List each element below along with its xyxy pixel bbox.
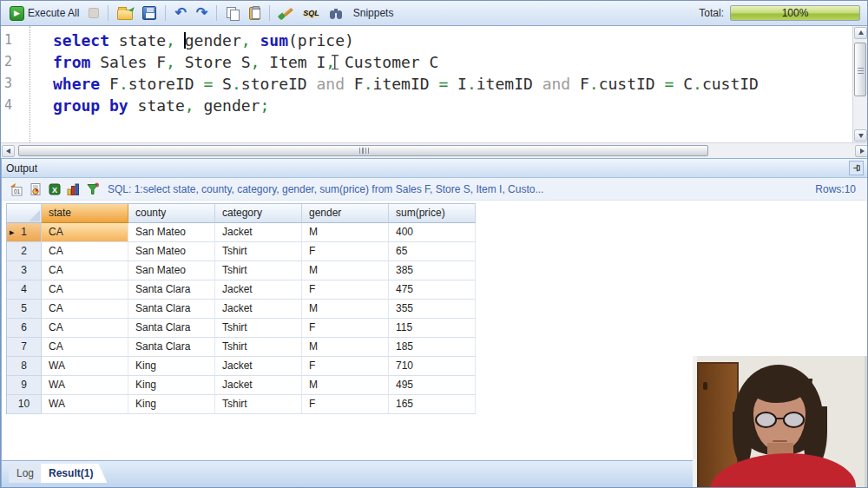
- table-cell[interactable]: Tshirt: [215, 261, 302, 280]
- table-cell[interactable]: 355: [389, 300, 476, 319]
- table-cell[interactable]: 165: [389, 395, 476, 414]
- redo-button[interactable]: ↷: [193, 3, 211, 23]
- table-cell[interactable]: 475: [389, 280, 476, 300]
- table-cell[interactable]: Tshirt: [215, 338, 302, 357]
- table-cell[interactable]: F: [302, 242, 389, 261]
- row-header[interactable]: 5: [7, 300, 42, 319]
- format-query-button[interactable]: [275, 3, 297, 23]
- export-excel-button[interactable]: X: [47, 181, 62, 196]
- table-cell[interactable]: Jacket: [215, 376, 302, 395]
- scroll-down-button[interactable]: [854, 129, 867, 142]
- table-cell[interactable]: M: [302, 223, 389, 242]
- table-cell[interactable]: 115: [389, 319, 476, 338]
- column-header-state[interactable]: state: [42, 204, 128, 223]
- row-header[interactable]: ▶1: [7, 223, 42, 242]
- table-cell[interactable]: WA: [42, 395, 128, 414]
- snippets-button[interactable]: Snippets: [350, 3, 398, 23]
- find-button[interactable]: [326, 3, 347, 23]
- code-line[interactable]: where F.storeID = S.storeID and F.itemID…: [53, 73, 854, 95]
- table-cell[interactable]: CA: [42, 338, 128, 357]
- table-cell[interactable]: 400: [389, 223, 476, 242]
- table-cell[interactable]: Santa Clara: [128, 280, 215, 300]
- table-cell[interactable]: Jacket: [215, 223, 302, 242]
- code-lines[interactable]: select state, gender, sum(price)from Sal…: [31, 26, 854, 142]
- table-cell[interactable]: 495: [389, 376, 476, 395]
- table-cell[interactable]: Jacket: [215, 300, 302, 319]
- table-cell[interactable]: San Mateo: [128, 261, 215, 280]
- filter-button[interactable]: [85, 181, 100, 196]
- row-header[interactable]: 3: [7, 261, 42, 280]
- table-cell[interactable]: CA: [42, 319, 128, 338]
- sql-editor[interactable]: 1234 select state, gender, sum(price)fro…: [1, 26, 854, 142]
- table-cell[interactable]: Tshirt: [215, 319, 302, 338]
- sql-formatter-button[interactable]: SQL: [299, 3, 323, 23]
- column-header-sumprice[interactable]: sum(price): [389, 204, 476, 223]
- chart-button[interactable]: [66, 181, 81, 196]
- table-cell[interactable]: CA: [42, 300, 128, 319]
- code-segment: =: [203, 75, 213, 93]
- vertical-scroll-thumb[interactable]: [854, 43, 866, 96]
- column-header-county[interactable]: county: [128, 204, 215, 223]
- table-cell[interactable]: WA: [42, 357, 128, 376]
- report-button[interactable]: [28, 181, 43, 196]
- editor-horizontal-scrollbar[interactable]: [1, 142, 868, 158]
- table-cell[interactable]: M: [302, 338, 389, 357]
- table-cell[interactable]: King: [128, 376, 215, 395]
- output-panel-header[interactable]: Output: [2, 159, 868, 178]
- row-header[interactable]: 6: [7, 319, 42, 338]
- table-cell[interactable]: Santa Clara: [128, 338, 215, 357]
- code-line[interactable]: select state, gender, sum(price): [53, 30, 854, 51]
- open-file-button[interactable]: [114, 3, 136, 23]
- column-header-category[interactable]: category: [215, 204, 302, 223]
- scroll-left-button[interactable]: [2, 145, 15, 157]
- table-cell[interactable]: 185: [389, 338, 476, 357]
- row-header[interactable]: 8: [7, 357, 42, 376]
- export-result-button[interactable]: 01: [9, 181, 23, 196]
- copy-button[interactable]: [222, 3, 243, 23]
- table-cell[interactable]: WA: [42, 376, 128, 395]
- table-cell[interactable]: San Mateo: [128, 223, 215, 242]
- table-cell[interactable]: Santa Clara: [128, 319, 215, 338]
- table-cell[interactable]: Tshirt: [215, 395, 302, 414]
- row-header[interactable]: 7: [7, 338, 42, 357]
- table-cell[interactable]: M: [302, 261, 389, 280]
- table-cell[interactable]: 385: [389, 261, 476, 280]
- table-cell[interactable]: CA: [42, 280, 128, 300]
- table-cell[interactable]: Tshirt: [215, 242, 302, 261]
- editor-vertical-scrollbar[interactable]: [852, 26, 867, 142]
- scroll-up-button[interactable]: [854, 27, 867, 39]
- table-cell[interactable]: F: [302, 395, 389, 414]
- pin-panel-button[interactable]: [849, 161, 864, 175]
- table-cell[interactable]: CA: [42, 242, 128, 261]
- table-cell[interactable]: 710: [389, 357, 476, 376]
- table-cell[interactable]: King: [128, 395, 215, 414]
- execute-all-button[interactable]: ▶ Execute All: [6, 3, 82, 23]
- row-header[interactable]: 9: [7, 376, 42, 395]
- table-cell[interactable]: CA: [42, 261, 128, 280]
- row-header[interactable]: 10: [7, 395, 42, 414]
- scroll-right-button[interactable]: [855, 145, 868, 157]
- horizontal-scroll-thumb[interactable]: [18, 145, 708, 156]
- table-cell[interactable]: CA: [42, 223, 128, 242]
- code-line[interactable]: group by state, gender;: [53, 95, 854, 116]
- tab-result1[interactable]: Result(1): [41, 464, 107, 483]
- undo-button[interactable]: ↶: [171, 3, 189, 23]
- table-cell[interactable]: 65: [389, 242, 476, 261]
- row-header[interactable]: 2: [7, 242, 42, 261]
- row-header[interactable]: 4: [7, 280, 42, 300]
- table-cell[interactable]: King: [128, 357, 215, 376]
- table-cell[interactable]: F: [302, 280, 389, 300]
- column-header-gender[interactable]: gender: [302, 204, 389, 223]
- select-all-corner-cell[interactable]: [7, 204, 42, 223]
- save-button[interactable]: [139, 3, 160, 23]
- table-cell[interactable]: San Mateo: [128, 242, 215, 261]
- table-cell[interactable]: F: [302, 357, 389, 376]
- table-cell[interactable]: Jacket: [215, 280, 302, 300]
- table-cell[interactable]: M: [302, 300, 389, 319]
- table-cell[interactable]: M: [302, 376, 389, 395]
- table-cell[interactable]: F: [302, 319, 389, 338]
- paste-button[interactable]: [246, 3, 264, 23]
- table-cell[interactable]: Jacket: [215, 357, 302, 376]
- code-line[interactable]: from Sales F, Store S, Item I, Customer …: [53, 51, 854, 73]
- table-cell[interactable]: Santa Clara: [128, 300, 215, 319]
